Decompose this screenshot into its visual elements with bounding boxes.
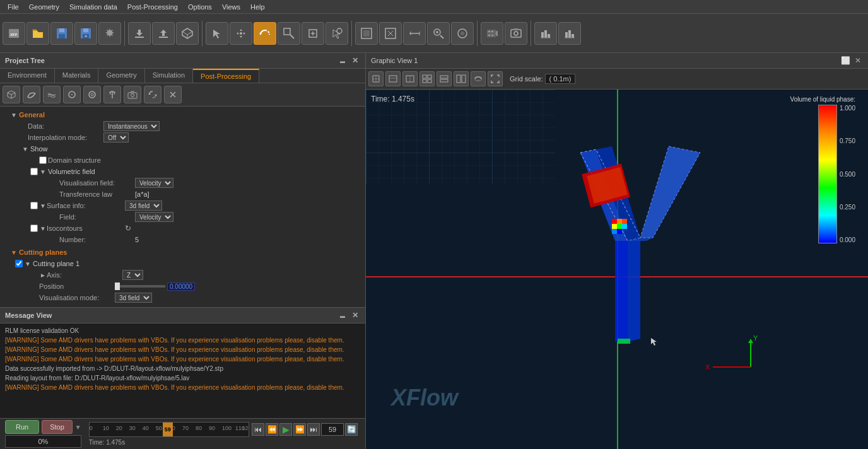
domain-structure-checkbox[interactable]: [39, 156, 47, 164]
surface-info-label: Surface info:: [47, 202, 122, 209]
toolbar-zoom-region[interactable]: [278, 22, 300, 45]
surface-info-type-select[interactable]: 3d field: [125, 201, 162, 211]
tab-simulation[interactable]: Simulation: [145, 69, 193, 83]
menu-post-processing[interactable]: Post-Processing: [122, 2, 183, 12]
axis-expand[interactable]: ►: [39, 271, 47, 279]
gfx-btn-link[interactable]: [471, 71, 486, 86]
toolbar-settings[interactable]: [98, 22, 121, 45]
vis-mode-row: Visualisation mode: 3d field: [3, 292, 363, 303]
toolbar-movie[interactable]: [481, 22, 503, 45]
vis-mode-select[interactable]: 3d field: [115, 293, 152, 303]
toolbar-stats1[interactable]: [534, 22, 557, 45]
svg-rect-31: [541, 32, 544, 38]
gfx-btn-view2[interactable]: [385, 71, 401, 86]
ptree-btn-circle[interactable]: [63, 86, 81, 103]
graphic-view-maximize[interactable]: ⬜: [840, 55, 850, 66]
cutting-plane-1-label: Cutting plane 1: [33, 260, 79, 267]
toolbar-measure[interactable]: [403, 22, 426, 45]
menu-help[interactable]: Help: [245, 2, 270, 12]
project-tree-close[interactable]: ✕: [350, 55, 360, 66]
timeline-refresh[interactable]: 🔄: [345, 423, 358, 436]
tab-environment[interactable]: Environment: [0, 69, 55, 83]
message-view-close[interactable]: ✕: [350, 310, 360, 320]
3d-visualization: Y X: [479, 102, 795, 405]
stop-button[interactable]: Stop: [42, 420, 73, 434]
toolbar-save[interactable]: [50, 22, 73, 45]
isocontours-toggle[interactable]: ▼: [39, 224, 47, 232]
tab-geometry[interactable]: Geometry: [98, 69, 144, 83]
position-slider[interactable]: [115, 285, 165, 288]
volumetric-field-checkbox[interactable]: [30, 168, 38, 175]
toolbar-open-xff[interactable]: XFF: [3, 22, 25, 45]
toolbar-screenshot[interactable]: [505, 22, 527, 45]
gfx-btn-fullscreen[interactable]: [488, 71, 503, 86]
toolbar-save-as[interactable]: +: [74, 22, 97, 45]
toolbar-3d-view[interactable]: [176, 22, 199, 45]
ptree-btn-surface[interactable]: [23, 86, 40, 103]
toolbar-zoom-circle[interactable]: [451, 22, 474, 45]
cutting-planes-toggle-main[interactable]: ▼: [10, 248, 18, 256]
gfx-btn-view5[interactable]: [437, 71, 452, 86]
toolbar-export[interactable]: [152, 22, 175, 45]
ptree-btn-refresh[interactable]: [144, 86, 161, 103]
cutting-plane-1-checkbox[interactable]: [15, 260, 23, 267]
gfx-btn-view4[interactable]: [419, 71, 435, 86]
ptree-btn-camera[interactable]: [124, 86, 141, 103]
timeline-skip-start[interactable]: ⏮: [252, 423, 264, 436]
interpolation-select[interactable]: Off: [103, 132, 129, 143]
timeline-next[interactable]: ⏩: [293, 423, 306, 436]
toolbar-zoom-in[interactable]: [427, 22, 450, 45]
tab-post-processing[interactable]: Post-Processing: [193, 69, 259, 83]
graphic-viewport: Time: 1.475s: [366, 90, 868, 449]
menu-options[interactable]: Options: [183, 2, 217, 12]
toolbar-back-view[interactable]: [379, 22, 402, 45]
timeline-prev[interactable]: ⏪: [266, 423, 278, 436]
toolbar-front-view[interactable]: [355, 22, 378, 45]
message-view-minimize[interactable]: 🗕: [337, 310, 348, 320]
timeline-track[interactable]: 0 10 20 30 40 50 60 70 80 90 100 110 120: [89, 422, 249, 437]
toolbar-point-select[interactable]: [326, 22, 348, 45]
timeline-play[interactable]: ▶: [279, 423, 292, 436]
menu-geometry[interactable]: Geometry: [24, 2, 64, 12]
toolbar-pan[interactable]: [230, 22, 252, 45]
timeline-skip-end[interactable]: ⏭: [307, 423, 320, 436]
toolbar-select[interactable]: [206, 22, 228, 45]
toolbar-zoom-fit[interactable]: [302, 22, 324, 45]
show-toggle[interactable]: ▼: [21, 145, 29, 153]
toolbar-rotate[interactable]: [254, 22, 276, 45]
axis-select[interactable]: Z: [122, 270, 143, 280]
ptree-btn-ring[interactable]: [83, 86, 101, 103]
toolbar-open-folder[interactable]: [26, 22, 49, 45]
data-select[interactable]: Instantaneous: [103, 121, 160, 131]
menu-file[interactable]: File: [3, 2, 24, 12]
gfx-btn-view3[interactable]: [402, 71, 418, 86]
run-button[interactable]: Run: [5, 420, 39, 434]
ptree-btn-3d-solid[interactable]: [3, 86, 20, 103]
field-select[interactable]: Velocity: [135, 212, 173, 222]
surface-info-checkbox[interactable]: [30, 202, 38, 209]
ptree-btn-psi[interactable]: [103, 86, 121, 103]
volumetric-field-toggle[interactable]: ▼: [39, 168, 47, 175]
vis-field-select[interactable]: Velocity: [135, 178, 173, 188]
cutting-plane-1-toggle[interactable]: ▼: [24, 260, 32, 267]
svg-rect-60: [617, 224, 622, 229]
surface-info-toggle[interactable]: ▼: [39, 202, 47, 209]
project-tree-minimize[interactable]: 🗕: [337, 55, 348, 66]
graphic-view-close[interactable]: ✕: [853, 55, 863, 66]
tab-materials[interactable]: Materials: [55, 69, 99, 83]
general-toggle[interactable]: ▼: [10, 111, 18, 119]
menu-views[interactable]: Views: [217, 2, 245, 12]
ptree-btn-delete[interactable]: [164, 86, 182, 103]
gfx-btn-view6[interactable]: [454, 71, 469, 86]
gfx-btn-view1[interactable]: [368, 71, 384, 86]
vis-field-label: Visualisation field:: [59, 179, 135, 187]
toolbar-stats2[interactable]: [558, 22, 581, 45]
svg-rect-10: [135, 37, 144, 38]
isocontours-checkbox[interactable]: [30, 224, 38, 232]
menu-simulation-data[interactable]: Simulation data: [64, 2, 122, 12]
ptree-btn-streamline[interactable]: [43, 86, 61, 103]
timeline-frame-input[interactable]: [321, 423, 344, 436]
legend-labels: 1.000 0.750 0.500 0.250 0.000: [837, 105, 855, 243]
position-slider-handle[interactable]: [115, 283, 120, 290]
toolbar-import[interactable]: [128, 22, 151, 45]
